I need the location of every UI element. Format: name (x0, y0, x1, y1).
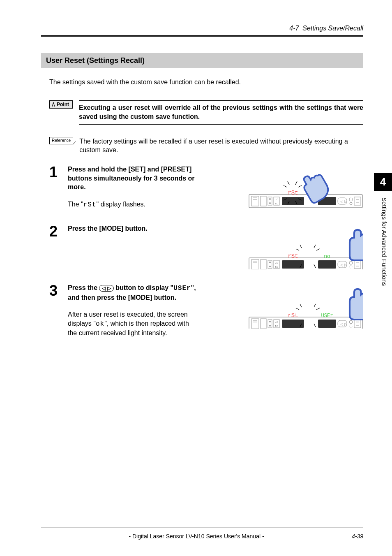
svg-line-24 (298, 185, 302, 187)
step-3: 3 Press the ◁ ▷ button to display "USEr"… (49, 283, 363, 338)
svg-line-30 (314, 245, 316, 248)
step-number: 3 (49, 283, 68, 338)
footer-center: - Digital Laser Sensor LV-N10 Series Use… (41, 533, 352, 540)
svg-line-21 (288, 181, 289, 185)
step-3-figure: rSt USEr (248, 283, 363, 338)
page-footer: - Digital Laser Sensor LV-N10 Series Use… (41, 528, 363, 540)
reference-label-text: Reference (52, 138, 71, 143)
display-right: no (324, 253, 330, 259)
svg-line-38 (316, 308, 320, 310)
svg-line-31 (296, 249, 299, 250)
step-number: 2 (49, 224, 68, 271)
display-left: rSt (288, 190, 298, 196)
section-number: 4-7 (289, 25, 299, 32)
step-2: 2 Press the [MODE] button. rSt no (49, 224, 363, 271)
arrow-button-icon: ◁ ▷ (99, 285, 113, 292)
step-number: 1 (49, 165, 68, 212)
footer-page-number: 4-39 (352, 533, 363, 540)
seg-display: rSt (83, 201, 97, 208)
seg-display: ok (96, 320, 104, 328)
step-1-desc: The "rSt" display flashes. (68, 200, 199, 210)
display-right: USEr (321, 313, 333, 319)
svg-line-29 (300, 245, 302, 248)
step-1: 1 Press and hold the [SET] and [PRESET] … (49, 165, 363, 212)
display-left: rSt (288, 253, 298, 259)
svg-line-37 (296, 308, 299, 310)
point-text: Executing a user reset will override all… (79, 100, 363, 125)
display-left: rSt (288, 312, 298, 319)
reference-callout: Reference The factory settings will be r… (49, 137, 363, 155)
step-3-title: Press the ◁ ▷ button to display "USEr", … (68, 283, 199, 302)
point-label: Point (49, 100, 73, 109)
point-callout: Point Executing a user reset will overri… (49, 100, 363, 125)
chapter-number: 4 (380, 176, 386, 188)
svg-line-36 (314, 304, 316, 307)
reference-text: The factory settings will be recalled if… (79, 137, 363, 155)
page-header: 4-7 Settings Save/Recall (41, 25, 363, 32)
step-1-title: Press and hold the [SET] and [PRESET] bu… (68, 165, 199, 192)
header-rule (41, 35, 363, 37)
step-3-desc: After a user reset is executed, the scre… (68, 310, 199, 338)
step-1-figure: rSt (248, 165, 363, 212)
svg-line-35 (300, 304, 302, 307)
step-2-title: Press the [MODE] button. (68, 224, 199, 233)
svg-line-22 (295, 181, 297, 185)
section-title: Settings Save/Recall (302, 25, 363, 32)
reference-label: Reference (49, 137, 73, 144)
subsection-title: User Reset (Settings Recall) (46, 56, 145, 65)
footer-rule (41, 528, 363, 528)
step-2-figure: rSt no (248, 224, 363, 271)
intro-text: The settings saved with the custom save … (49, 79, 363, 86)
seg-display: USEr (173, 285, 191, 292)
subsection-header: User Reset (Settings Recall) (41, 53, 363, 68)
point-label-text: Point (57, 102, 69, 107)
chapter-tab: 4 (374, 173, 392, 191)
chapter-side-title: Settings for Advanced Functions (381, 197, 388, 286)
svg-line-32 (316, 249, 320, 250)
svg-line-23 (284, 185, 287, 187)
point-icon (51, 102, 55, 107)
